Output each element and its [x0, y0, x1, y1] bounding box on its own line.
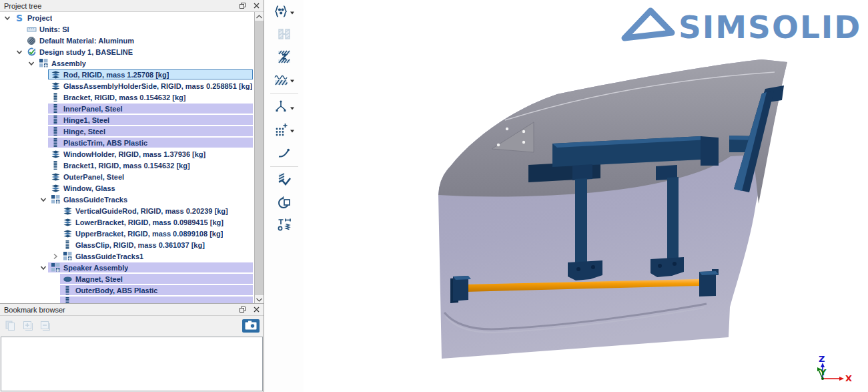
tree-row[interactable]: Bracket1, RIGID, mass 0.154632 [kg] — [0, 160, 264, 171]
float-panel-icon[interactable] — [238, 1, 247, 11]
tree-row[interactable]: GlassAssemblyHolderSide, RIGID, mass 0.2… — [0, 80, 264, 91]
bookmark-list[interactable] — [1, 337, 263, 391]
chevron-down-icon[interactable] — [27, 59, 36, 67]
tree-row-body[interactable]: GlassGuideTracks — [48, 194, 253, 204]
tree-row-body[interactable]: SProject — [12, 13, 253, 23]
contact-conditions-button[interactable] — [276, 48, 293, 67]
scroll-down-icon[interactable] — [255, 295, 264, 304]
tree-row-body[interactable]: WindowHolder, RIGID, mass 1.37936 [kg] — [48, 149, 253, 159]
door-assembly-model[interactable] — [438, 59, 787, 359]
tree-row-body[interactable]: VerticalGuideRod, RIGID, mass 0.20239 [k… — [60, 206, 253, 216]
tree-row-body[interactable]: Rod, RIGID, mass 1.25708 [kg] — [48, 69, 253, 79]
tree-row-body[interactable]: OuterBody, ABS Plastic — [60, 285, 253, 295]
tree-row-body[interactable]: Assembly — [36, 58, 253, 68]
apply-check-button[interactable] — [276, 171, 293, 190]
tree-row-body[interactable]: InnerPanel, Steel — [48, 104, 253, 114]
scroll-up-icon[interactable] — [255, 12, 264, 21]
dropdown-arrow-icon[interactable] — [290, 103, 295, 113]
tree-row-body[interactable]: PlasticTrim, ABS Plastic — [48, 138, 253, 148]
tree-row[interactable]: GlassGuideTracks — [0, 194, 264, 205]
tree-row[interactable]: GlassClip, RIGID, mass 0.361037 [kg] — [0, 239, 264, 250]
tree-row-body[interactable]: Magnet, Steel — [60, 274, 253, 284]
project-tree-title: Project tree — [4, 2, 41, 10]
tree-row-label: Design study 1, BASELINE — [39, 48, 133, 56]
tree-row[interactable]: OuterBody, ABS Plastic — [0, 284, 264, 296]
tree-scrollbar[interactable] — [254, 12, 264, 304]
tree-row-body[interactable]: Default Material: Aluminum — [24, 35, 253, 45]
bolt-spring-button[interactable] — [276, 216, 293, 236]
tree-row-body[interactable]: OuterPanel, Steel — [48, 172, 253, 182]
dropdown-arrow-icon[interactable] — [290, 126, 295, 136]
tree-row[interactable]: Default Material: Aluminum — [0, 35, 264, 46]
part-stack-icon — [50, 150, 61, 159]
tree-row[interactable]: LowerBracket, RIGID, mass 0.0989415 [kg] — [0, 216, 264, 228]
tree-row[interactable]: Bracket, RIGID, mass 0.154632 [kg] — [0, 91, 264, 103]
add-bookmark-button — [21, 319, 35, 333]
pick-points-button[interactable] — [272, 121, 296, 140]
tree-row-label: GlassAssemblyHolderSide, RIGID, mass 0.2… — [63, 82, 252, 90]
tree-row[interactable]: Rod, RIGID, mass 1.25708 [kg] — [0, 69, 264, 80]
snapshot-camera-button[interactable] — [242, 319, 260, 333]
tree-row[interactable]: Design study 1, BASELINE — [0, 46, 264, 57]
3d-viewport[interactable]: SIMSOLID — [304, 0, 868, 392]
tree-row-body[interactable]: Hinge1, Steel — [48, 115, 253, 125]
chevron-down-icon[interactable] — [3, 14, 12, 22]
rod-end-cap-left[interactable] — [450, 276, 471, 303]
tree-row[interactable]: Hinge1, Steel — [0, 114, 264, 126]
tree-row[interactable]: Speaker Assembly — [0, 262, 264, 273]
review-rotate-button[interactable] — [276, 194, 293, 213]
part-coil-icon — [62, 285, 73, 295]
tree-row-label: GlassGuideTracks — [63, 196, 127, 204]
tree-row-body[interactable]: GlassClip, RIGID, mass 0.361037 [kg] — [60, 240, 253, 250]
chevron-down-icon[interactable] — [39, 196, 48, 204]
tree-row[interactable]: InnerPanel, Steel — [0, 103, 264, 114]
chevron-down-icon[interactable] — [15, 48, 24, 56]
tree-row-body[interactable]: Design study 1, BASELINE — [24, 47, 253, 57]
tree-row[interactable]: PlasticTrim, ABS Plastic — [0, 137, 264, 148]
tree-row-label: Magnet, Steel — [75, 275, 123, 283]
tree-row[interactable] — [0, 296, 264, 304]
tree-row-body[interactable] — [60, 297, 253, 304]
tree-row[interactable]: VerticalGuideRod, RIGID, mass 0.20239 [k… — [0, 205, 264, 216]
tree-row-body[interactable]: Hinge, Steel — [48, 126, 253, 136]
tree-row[interactable]: Magnet, Steel — [0, 273, 264, 284]
float-panel-icon[interactable] — [238, 305, 247, 315]
tree-row[interactable]: OuterPanel, Steel — [0, 171, 264, 182]
design-study-icon — [26, 47, 37, 57]
contact-disabled-icon — [276, 26, 292, 44]
tree-row[interactable]: Hinge, Steel — [0, 126, 264, 137]
left-dock: Project tree SProjectUnits: SIDefault Ma… — [0, 0, 264, 392]
tree-row[interactable]: Window, Glass — [0, 182, 264, 194]
close-icon[interactable] — [252, 305, 261, 315]
hatch-wave-button[interactable] — [272, 71, 296, 90]
tree-row-body[interactable]: GlassAssemblyHolderSide, RIGID, mass 0.2… — [48, 81, 253, 91]
material-icon — [26, 36, 37, 45]
chevron-right-icon[interactable] — [51, 252, 60, 260]
dropdown-arrow-icon[interactable] — [290, 7, 295, 17]
rod-end-cap-right[interactable] — [699, 269, 719, 297]
tree-row-body[interactable]: Speaker Assembly — [48, 262, 253, 272]
tree-row-body[interactable]: Units: SI — [24, 24, 253, 34]
chevron-down-icon[interactable] — [39, 264, 48, 272]
tree-row[interactable]: UpperBracket, RIGID, mass 0.0899108 [kg] — [0, 228, 264, 239]
tree-row-body[interactable]: Bracket, RIGID, mass 0.154632 [kg] — [48, 92, 253, 102]
tree-row[interactable]: Units: SI — [0, 23, 264, 35]
tree-row[interactable]: WindowHolder, RIGID, mass 1.37936 [kg] — [0, 148, 264, 160]
virtual-connector-button[interactable] — [272, 98, 296, 118]
tree-row-label: OuterPanel, Steel — [63, 173, 124, 181]
tree-row-body[interactable]: UpperBracket, RIGID, mass 0.0899108 [kg] — [60, 228, 253, 238]
tree-row-body[interactable]: Window, Glass — [48, 183, 253, 193]
connections-group-button[interactable] — [272, 3, 296, 22]
tree-row-body[interactable]: GlassGuideTracks1 — [60, 251, 253, 261]
tree-row-body[interactable]: Bracket1, RIGID, mass 0.154632 [kg] — [48, 160, 253, 170]
close-icon[interactable] — [252, 1, 261, 11]
tree-row-body[interactable]: LowerBracket, RIGID, mass 0.0989415 [kg] — [60, 217, 253, 227]
bookmark-toolbar — [0, 316, 264, 336]
dropdown-arrow-icon[interactable] — [290, 75, 295, 85]
tree-row[interactable]: GlassGuideTracks1 — [0, 250, 264, 262]
tree-row[interactable]: Assembly — [0, 57, 264, 69]
axis-y-label: Y — [819, 367, 827, 377]
tree-row[interactable]: SProject — [0, 12, 264, 23]
smooth-curve-button[interactable] — [276, 144, 293, 163]
contact-conditions-icon — [276, 49, 292, 67]
